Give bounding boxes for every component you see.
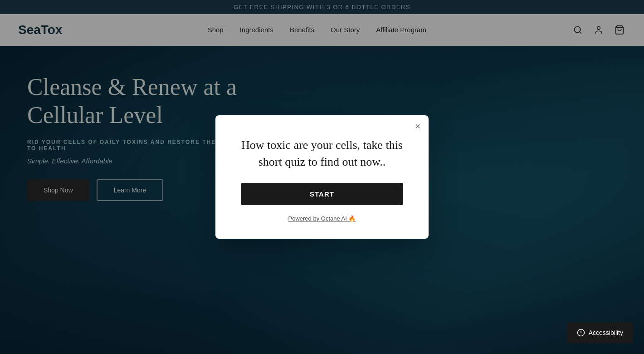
accessibility-label: Accessibility xyxy=(589,329,623,336)
accessibility-icon xyxy=(577,329,585,337)
modal-overlay[interactable]: × How toxic are your cells, take this sh… xyxy=(0,0,644,354)
quiz-modal: × How toxic are your cells, take this sh… xyxy=(215,115,429,239)
modal-close-button[interactable]: × xyxy=(415,122,420,131)
modal-title: How toxic are your cells, take this shor… xyxy=(241,137,403,170)
powered-by-octane[interactable]: Powered by Octane AI 🔥 xyxy=(288,215,356,222)
accessibility-button[interactable]: Accessibility xyxy=(567,322,633,343)
start-quiz-button[interactable]: START xyxy=(241,183,403,205)
